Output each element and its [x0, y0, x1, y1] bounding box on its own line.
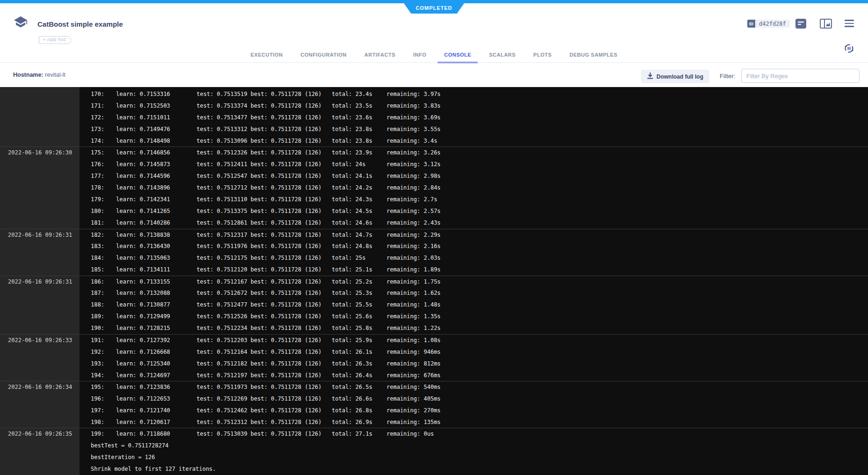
log-line: 170:learn: 0.7153316test: 0.7513519 best…: [80, 91, 868, 97]
log-timestamp: [0, 439, 80, 451]
log-timestamp: [0, 451, 80, 463]
log-timestamp: [0, 170, 80, 182]
log-timestamp: [0, 416, 80, 428]
log-row: 173:learn: 0.7149476test: 0.7513312 best…: [0, 123, 868, 135]
log-row: 189:learn: 0.7129499test: 0.7512526 best…: [0, 311, 868, 322]
log-row: 196:learn: 0.7122653test: 0.7512269 best…: [0, 393, 868, 404]
log-line: 193:learn: 0.7125340test: 0.7512182 best…: [80, 360, 868, 367]
log-line: 176:learn: 0.7145873test: 0.7512411 best…: [80, 161, 868, 168]
log-row: 188:learn: 0.7130877test: 0.7512477 best…: [0, 299, 868, 311]
tab-debug-samples[interactable]: DEBUG SAMPLES: [563, 49, 624, 63]
log-line: Shrink model to first 127 iterations.: [80, 466, 868, 472]
tab-info[interactable]: INFO: [407, 49, 433, 63]
log-timestamp: [0, 193, 80, 205]
log-line: 174:learn: 0.7148498test: 0.7513096 best…: [80, 138, 868, 144]
log-row: 184:learn: 0.7135063test: 0.7512175 best…: [0, 252, 868, 264]
log-timestamp: [0, 358, 80, 369]
log-line: 195:learn: 0.7123836test: 0.7511973 best…: [80, 384, 868, 390]
log-timestamp: [0, 322, 80, 334]
hostname-row: Hostname: revital-lt: [13, 72, 66, 78]
tab-execution[interactable]: EXECUTION: [244, 49, 290, 63]
console-log-rows: 170:learn: 0.7153316test: 0.7513519 best…: [0, 87, 868, 475]
log-line: 198:learn: 0.7120617test: 0.7512312 best…: [80, 419, 868, 425]
add-tag-button[interactable]: + ADD TAG: [39, 36, 69, 44]
log-timestamp: [0, 393, 80, 404]
log-line: 192:learn: 0.7126668test: 0.7512164 best…: [80, 349, 868, 355]
log-line: 187:learn: 0.7132088test: 0.7512672 best…: [80, 290, 868, 296]
experiment-id-badge[interactable]: ID d42fd28f: [747, 20, 790, 28]
console-log[interactable]: 170:learn: 0.7153316test: 0.7513519 best…: [0, 87, 868, 475]
log-timestamp: [0, 404, 80, 416]
log-line: 179:learn: 0.7142341test: 0.7513110 best…: [80, 196, 868, 203]
tab-artifacts[interactable]: ARTIFACTS: [358, 49, 402, 63]
log-line: 175:learn: 0.7146856test: 0.7512326 best…: [80, 149, 868, 156]
log-timestamp: 2022-06-16 09:26:31: [0, 276, 80, 287]
log-row: 2022-06-16 09:26:31186:learn: 0.7133155t…: [0, 276, 868, 287]
log-line: 190:learn: 0.7128215test: 0.7512234 best…: [80, 325, 868, 331]
log-timestamp: 2022-06-16 09:26:34: [0, 381, 80, 393]
auto-refresh-icon[interactable]: [844, 43, 854, 56]
header-divider: [0, 62, 868, 63]
log-timestamp: [0, 182, 80, 193]
log-row: 178:learn: 0.7143896test: 0.7512712 best…: [0, 182, 868, 193]
log-timestamp: 2022-06-16 09:26:33: [0, 335, 80, 346]
log-timestamp: [0, 311, 80, 322]
log-row: 170:learn: 0.7153316test: 0.7513519 best…: [0, 88, 868, 100]
log-line: 197:learn: 0.7121740test: 0.7512462 best…: [80, 407, 868, 414]
split-view-chart-icon[interactable]: [820, 19, 832, 30]
tab-plots[interactable]: PLOTS: [527, 49, 558, 63]
log-line: bestTest = 0.7511728274: [80, 442, 868, 449]
log-line: 181:learn: 0.7140286test: 0.7512861 best…: [80, 219, 868, 226]
log-line: 178:learn: 0.7143896test: 0.7512712 best…: [80, 184, 868, 191]
filter-regex-input[interactable]: [741, 69, 860, 83]
log-line: 182:learn: 0.7138838test: 0.7512317 best…: [80, 232, 868, 238]
log-line: 189:learn: 0.7129499test: 0.7512526 best…: [80, 313, 868, 320]
download-full-log-button[interactable]: Download full log: [641, 70, 709, 83]
log-timestamp: [0, 88, 80, 100]
log-line: 186:learn: 0.7133155test: 0.7512167 best…: [80, 278, 868, 285]
log-timestamp: [0, 217, 80, 229]
log-timestamp: [0, 205, 80, 217]
log-timestamp: [0, 111, 80, 123]
log-line: 183:learn: 0.7136430test: 0.7511976 best…: [80, 243, 868, 249]
log-row: 172:learn: 0.7151011test: 0.7513477 best…: [0, 111, 868, 123]
log-line: 185:learn: 0.7134111test: 0.7512120 best…: [80, 266, 868, 273]
log-timestamp: 2022-06-16 09:26:35: [0, 428, 80, 439]
log-row: 185:learn: 0.7134111test: 0.7512120 best…: [0, 264, 868, 276]
log-line: 188:learn: 0.7130877test: 0.7512477 best…: [80, 301, 868, 308]
log-timestamp: [0, 264, 80, 276]
log-row: 2022-06-16 09:26:31182:learn: 0.7138838t…: [0, 229, 868, 241]
log-timestamp: [0, 299, 80, 311]
log-row: 193:learn: 0.7125340test: 0.7512182 best…: [0, 358, 868, 369]
log-timestamp: [0, 346, 80, 358]
filter-label: Filter:: [720, 73, 736, 80]
log-row: 2022-06-16 09:26:33191:learn: 0.7127392t…: [0, 334, 868, 346]
log-line: 177:learn: 0.7144596test: 0.7512547 best…: [80, 173, 868, 179]
details-panel-icon[interactable]: [795, 19, 806, 30]
log-row: 198:learn: 0.7120617test: 0.7512312 best…: [0, 416, 868, 428]
hostname-value: revital-lt: [45, 72, 66, 78]
log-timestamp: 2022-06-16 09:26:31: [0, 229, 80, 241]
tab-scalars[interactable]: SCALARS: [482, 49, 522, 63]
log-row: 176:learn: 0.7145873test: 0.7512411 best…: [0, 158, 868, 170]
log-timestamp: [0, 123, 80, 135]
log-row: Shrink model to first 127 iterations.: [0, 463, 868, 475]
log-timestamp: [0, 100, 80, 111]
tab-console[interactable]: CONSOLE: [438, 49, 478, 63]
log-row: 171:learn: 0.7152503test: 0.7513374 best…: [0, 100, 868, 111]
log-line: 180:learn: 0.7141265test: 0.7513375 best…: [80, 208, 868, 214]
hamburger-menu-icon[interactable]: [845, 20, 854, 29]
download-label: Download full log: [656, 73, 703, 80]
log-line: 172:learn: 0.7151011test: 0.7513477 best…: [80, 114, 868, 121]
hostname-label: Hostname:: [13, 72, 44, 78]
log-row: 180:learn: 0.7141265test: 0.7513375 best…: [0, 205, 868, 217]
tab-configuration[interactable]: CONFIGURATION: [294, 49, 353, 63]
log-timestamp: [0, 369, 80, 381]
log-timestamp: [0, 463, 80, 475]
id-label: ID: [747, 20, 755, 28]
log-timestamp: [0, 158, 80, 170]
log-timestamp: [0, 135, 80, 146]
status-badge: COMPLETED: [403, 3, 464, 14]
log-row: 2022-06-16 09:26:30175:learn: 0.7146856t…: [0, 146, 868, 158]
clearml-experiment-page: COMPLETED CatBoost simple example + ADD …: [0, 0, 868, 475]
